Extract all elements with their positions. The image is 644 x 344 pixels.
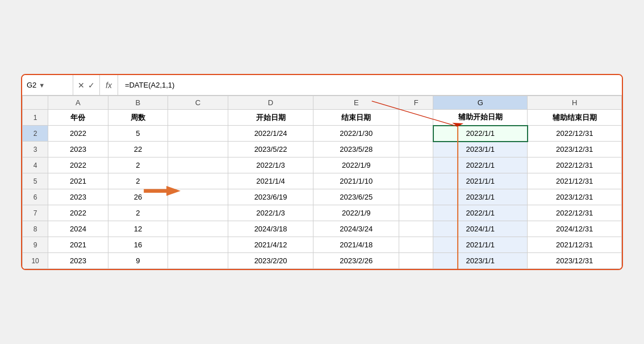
cell-7-G[interactable]: 2022/1/1 — [433, 205, 528, 221]
cell-7-F[interactable] — [399, 205, 433, 221]
cell-9-G[interactable]: 2021/1/1 — [433, 237, 528, 253]
cell-9-E[interactable]: 2021/4/18 — [313, 237, 399, 253]
cell-9-C[interactable] — [168, 237, 228, 253]
cell-8-E[interactable]: 2024/3/24 — [313, 221, 399, 237]
cell-1-A[interactable]: 年份 — [48, 110, 108, 126]
row-header-4[interactable]: 4 — [23, 158, 48, 173]
cell-8-C[interactable] — [168, 221, 228, 237]
cell-5-B[interactable]: 2 — [108, 173, 168, 189]
cell-1-H[interactable]: 辅助结束日期 — [528, 110, 622, 126]
cancel-formula-icon[interactable]: ✕ — [78, 81, 85, 90]
cell-1-E[interactable]: 结束日期 — [313, 110, 399, 126]
col-header-G[interactable]: G — [433, 96, 528, 110]
row-header-1[interactable]: 1 — [23, 110, 48, 126]
row-header-5[interactable]: 5 — [23, 173, 48, 189]
cell-3-H[interactable]: 2023/12/31 — [528, 142, 622, 158]
cell-3-G[interactable]: 2023/1/1 — [433, 142, 528, 158]
cell-1-C[interactable] — [168, 110, 228, 126]
cell-1-F[interactable] — [399, 110, 433, 126]
cell-5-A[interactable]: 2021 — [48, 173, 108, 189]
cell-1-B[interactable]: 周数 — [108, 110, 168, 126]
row-header-7[interactable]: 7 — [23, 205, 48, 221]
col-header-C[interactable]: C — [168, 96, 228, 110]
col-header-A[interactable]: A — [48, 96, 108, 110]
cell-8-A[interactable]: 2024 — [48, 221, 108, 237]
cell-5-E[interactable]: 2021/1/10 — [313, 173, 399, 189]
cell-9-H[interactable]: 2021/12/31 — [528, 237, 622, 253]
formula-content[interactable]: =DATE(A2,1,1) — [118, 81, 182, 89]
cell-3-A[interactable]: 2023 — [48, 142, 108, 158]
cell-6-H[interactable]: 2023/12/31 — [528, 189, 622, 205]
cell-5-F[interactable] — [399, 173, 433, 189]
row-header-10[interactable]: 10 — [23, 253, 48, 269]
cell-6-C[interactable] — [168, 189, 228, 205]
cell-7-D[interactable]: 2022/1/3 — [228, 205, 313, 221]
cell-4-H[interactable]: 2022/12/31 — [528, 158, 622, 173]
cell-5-D[interactable]: 2021/1/4 — [228, 173, 313, 189]
col-header-E[interactable]: E — [313, 96, 399, 110]
cell-4-F[interactable] — [399, 158, 433, 173]
cell-10-B[interactable]: 9 — [108, 253, 168, 269]
cell-5-C[interactable] — [168, 173, 228, 189]
cell-4-D[interactable]: 2022/1/3 — [228, 158, 313, 173]
confirm-formula-icon[interactable]: ✓ — [88, 81, 95, 90]
cell-7-B[interactable]: 2 — [108, 205, 168, 221]
cell-2-D[interactable]: 2022/1/24 — [228, 126, 313, 142]
cell-10-A[interactable]: 2023 — [48, 253, 108, 269]
cell-2-A[interactable]: 2022 — [48, 126, 108, 142]
cell-6-E[interactable]: 2023/6/25 — [313, 189, 399, 205]
cell-2-F[interactable] — [399, 126, 433, 142]
cell-3-E[interactable]: 2023/5/28 — [313, 142, 399, 158]
col-header-F[interactable]: F — [399, 96, 433, 110]
cell-8-H[interactable]: 2024/12/31 — [528, 221, 622, 237]
cell-8-B[interactable]: 12 — [108, 221, 168, 237]
cell-7-H[interactable]: 2022/12/31 — [528, 205, 622, 221]
cell-2-H[interactable]: 2022/12/31 — [528, 126, 622, 142]
cell-3-B[interactable]: 22 — [108, 142, 168, 158]
cell-6-A[interactable]: 2023 — [48, 189, 108, 205]
cell-6-B[interactable]: 26 — [108, 189, 168, 205]
cell-3-F[interactable] — [399, 142, 433, 158]
cell-reference-box[interactable]: G2 ▼ — [22, 75, 73, 95]
cell-8-G[interactable]: 2024/1/1 — [433, 221, 528, 237]
row-header-3[interactable]: 3 — [23, 142, 48, 158]
cell-6-F[interactable] — [399, 189, 433, 205]
cell-7-E[interactable]: 2022/1/9 — [313, 205, 399, 221]
cell-2-E[interactable]: 2022/1/30 — [313, 126, 399, 142]
cell-9-F[interactable] — [399, 237, 433, 253]
cell-4-E[interactable]: 2022/1/9 — [313, 158, 399, 173]
cell-4-B[interactable]: 2 — [108, 158, 168, 173]
cell-10-C[interactable] — [168, 253, 228, 269]
cell-9-D[interactable]: 2021/4/12 — [228, 237, 313, 253]
cell-4-G[interactable]: 2022/1/1 — [433, 158, 528, 173]
cell-2-B[interactable]: 5 — [108, 126, 168, 142]
cell-6-G[interactable]: 2023/1/1 — [433, 189, 528, 205]
cell-2-G[interactable]: 2022/1/1 — [433, 126, 528, 142]
cell-8-F[interactable] — [399, 221, 433, 237]
cell-10-D[interactable]: 2023/2/20 — [228, 253, 313, 269]
cell-1-G[interactable]: 辅助开始日期 — [433, 110, 528, 126]
cell-10-E[interactable]: 2023/2/26 — [313, 253, 399, 269]
cell-7-A[interactable]: 2022 — [48, 205, 108, 221]
cell-10-H[interactable]: 2023/12/31 — [528, 253, 622, 269]
cell-10-G[interactable]: 2023/1/1 — [433, 253, 528, 269]
cell-4-C[interactable] — [168, 158, 228, 173]
cell-9-A[interactable]: 2021 — [48, 237, 108, 253]
cell-9-B[interactable]: 16 — [108, 237, 168, 253]
cell-ref-dropdown-icon[interactable]: ▼ — [39, 82, 45, 89]
col-header-B[interactable]: B — [108, 96, 168, 110]
cell-1-D[interactable]: 开始日期 — [228, 110, 313, 126]
cell-8-D[interactable]: 2024/3/18 — [228, 221, 313, 237]
cell-7-C[interactable] — [168, 205, 228, 221]
cell-6-D[interactable]: 2023/6/19 — [228, 189, 313, 205]
row-header-9[interactable]: 9 — [23, 237, 48, 253]
cell-5-G[interactable]: 2021/1/1 — [433, 173, 528, 189]
cell-3-D[interactable]: 2023/5/22 — [228, 142, 313, 158]
row-header-6[interactable]: 6 — [23, 189, 48, 205]
col-header-H[interactable]: H — [528, 96, 622, 110]
col-header-D[interactable]: D — [228, 96, 313, 110]
row-header-2[interactable]: 2 — [23, 126, 48, 142]
cell-4-A[interactable]: 2022 — [48, 158, 108, 173]
row-header-8[interactable]: 8 — [23, 221, 48, 237]
cell-10-F[interactable] — [399, 253, 433, 269]
